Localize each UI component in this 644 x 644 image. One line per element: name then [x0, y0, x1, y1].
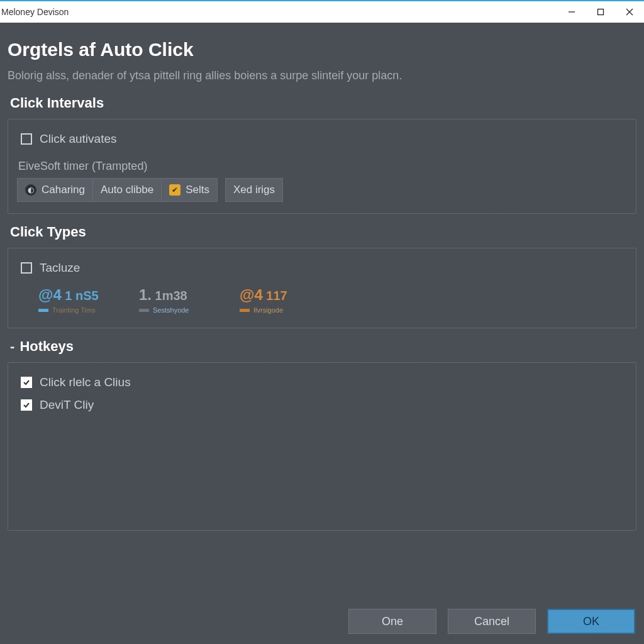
section-heading-hotkeys[interactable]: - Hotkeys [10, 338, 636, 355]
stat-3: @4 117 Ilvrsigode [240, 286, 315, 314]
hotkey-row-1[interactable]: DeviT Cliy [21, 398, 627, 412]
intervals-checkbox-row[interactable]: Click autivates [21, 132, 627, 146]
content: Orgtels af Auto Click Bolorig alss, dena… [0, 23, 644, 531]
hotkeys-panel: Click rlelc a Clius DeviT Cliy [8, 362, 636, 531]
segment-label: Xed irigs [233, 184, 275, 196]
intervals-panel: Click autivates EiveSoft timer (Trampted… [8, 119, 636, 214]
stat-value: @4 117 [240, 286, 315, 304]
maximize-button[interactable] [586, 1, 615, 23]
stat-2: 1. 1m38 Sestshyode [139, 286, 214, 314]
hotkey-label: DeviT Cliy [40, 398, 94, 412]
hotkeys-heading-label: Hotkeys [19, 338, 74, 354]
window-title: Meloney Devison [1, 7, 69, 17]
stat-1: @4 1 nS5 Trainting Tims [38, 286, 114, 314]
hotkey-row-0[interactable]: Click rlelc a Clius [21, 375, 627, 389]
types-checkbox-label: Tacluze [40, 261, 80, 275]
close-icon [626, 8, 633, 16]
segment-group-1: ◐ Caharing Auto clibbe ✔ Selts [17, 178, 218, 202]
cancel-button[interactable]: Cancel [448, 609, 536, 634]
page-title: Orgtels af Auto Click [8, 39, 636, 60]
window-buttons [557, 1, 644, 23]
segment-label: Caharing [42, 184, 85, 196]
stat-caption: Ilvrsigode [240, 306, 315, 314]
segment-row: ◐ Caharing Auto clibbe ✔ Selts Xed irigs [17, 178, 627, 202]
user-icon: ◐ [25, 184, 36, 196]
segment-label: Auto clibbe [101, 184, 153, 196]
collapse-icon: - [10, 338, 14, 354]
segment-group-2: Xed irigs [225, 178, 283, 202]
intervals-sub-label: EiveSoft timer (Trampted) [18, 160, 627, 173]
stat-value: 1. 1m38 [139, 286, 214, 304]
checkbox-icon [21, 377, 32, 388]
segment-xed-irigs[interactable]: Xed irigs [225, 178, 283, 202]
stat-value: @4 1 nS5 [38, 286, 114, 304]
titlebar: Meloney Devison [0, 0, 644, 23]
maximize-icon [597, 8, 604, 16]
checkbox-icon [21, 399, 32, 411]
minimize-button[interactable] [557, 1, 586, 23]
close-button[interactable] [615, 1, 644, 23]
bar-icon [38, 309, 48, 312]
minimize-icon [568, 8, 575, 16]
segment-label: Selts [186, 184, 209, 196]
stats-row: @4 1 nS5 Trainting Tims 1. 1m38 Sestshyo… [38, 286, 627, 314]
intervals-checkbox-label: Click autivates [40, 132, 117, 146]
one-button[interactable]: One [348, 609, 436, 634]
check-icon: ✔ [169, 184, 180, 196]
bar-icon [139, 309, 149, 312]
segment-selts[interactable]: ✔ Selts [162, 178, 218, 202]
types-panel: Tacluze @4 1 nS5 Trainting Tims 1. 1m38 … [8, 248, 636, 328]
bar-icon [240, 309, 250, 312]
stat-caption: Sestshyode [139, 306, 214, 314]
segment-caharing[interactable]: ◐ Caharing [17, 178, 93, 202]
svg-rect-1 [598, 9, 604, 15]
hotkey-label: Click rlelc a Clius [40, 375, 131, 389]
footer-buttons: One Cancel OK [348, 609, 635, 634]
ok-button[interactable]: OK [547, 609, 635, 634]
section-heading-types: Click Types [10, 224, 636, 240]
section-heading-intervals: Click Intervals [10, 95, 636, 111]
types-checkbox-row[interactable]: Tacluze [21, 261, 627, 275]
page-description: Bolorig alss, denader of ytsa pittell ri… [8, 69, 636, 82]
segment-auto-clibbe[interactable]: Auto clibbe [93, 178, 162, 202]
checkbox-icon [21, 262, 32, 274]
checkbox-icon [21, 133, 32, 145]
stat-caption: Trainting Tims [38, 306, 114, 314]
